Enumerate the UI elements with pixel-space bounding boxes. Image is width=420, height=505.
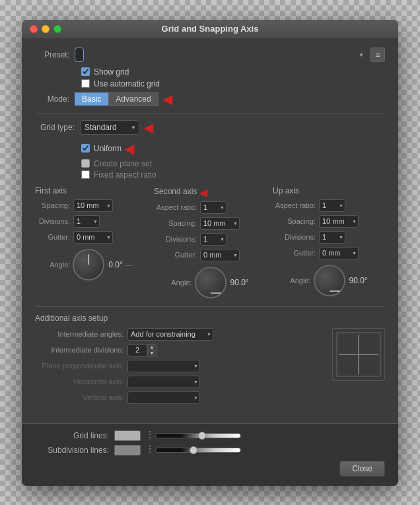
grid-lines-color-swatch[interactable] [114, 430, 141, 441]
second-axis-angle-value: 90.0° [230, 278, 249, 287]
up-axis-spacing-select[interactable]: 10 mm [319, 215, 359, 228]
up-axis-aspect-select[interactable]: 1 [319, 199, 345, 212]
subdivision-lines-label: Subdivision lines: [35, 446, 114, 455]
show-grid-checkbox[interactable] [81, 67, 90, 76]
first-axis-angle-label: Angle: [50, 261, 70, 269]
first-axis-gutter-select[interactable]: 0 mm [73, 231, 113, 244]
second-axis-divisions-select[interactable]: 1 [200, 233, 227, 246]
up-axis-spacing-row: Spacing: 10 mm [273, 215, 385, 228]
first-axis-angle-display: Angle: 0.0° — [35, 249, 147, 281]
preset-row: Preset: ≡ [35, 48, 385, 62]
first-axis-divisions-select[interactable]: 1 [73, 215, 100, 228]
preset-select[interactable] [75, 48, 84, 62]
mode-advanced-button[interactable]: Advanced [108, 92, 158, 106]
main-window: Grid and Snapping Axis Preset: ≡ Show gr… [22, 20, 398, 486]
grid-type-select[interactable]: Standard [80, 120, 139, 135]
intermediate-angles-row: Intermediate angles: Add for constrainin… [35, 328, 326, 341]
window-title: Grid and Snapping Axis [162, 24, 259, 34]
plane-perpendicular-select[interactable] [127, 360, 200, 372]
horizontal-axis-row: Horizontal axis: [35, 376, 326, 388]
first-axis-spacing-select[interactable]: 10 mm [73, 199, 113, 212]
horizontal-axis-select[interactable] [127, 376, 200, 388]
plane-perpendicular-row: Plane perpendicular axis: [35, 360, 326, 372]
second-axis-gutter-label: Gutter: [154, 251, 200, 259]
subdivision-lines-color-swatch[interactable] [114, 445, 141, 455]
divider-1 [35, 114, 385, 114]
second-axis-aspect-row: Aspect ratio: 1 [154, 201, 266, 214]
fixed-aspect-ratio-checkbox[interactable] [81, 170, 90, 179]
close-button[interactable]: Close [339, 461, 385, 477]
up-axis-aspect-row: Aspect ratio: 1 [273, 199, 385, 212]
up-axis-gutter-select[interactable]: 0 mm [319, 247, 359, 259]
second-axis-title-row: Second axis ◀ [154, 186, 266, 201]
second-axis-gutter-row: Gutter: 0 mm [154, 249, 266, 261]
preset-select-wrap [75, 48, 368, 62]
vertical-axis-select[interactable] [127, 391, 200, 404]
second-axis-col: Second axis ◀ Aspect ratio: 1 Spacing: [154, 186, 266, 298]
first-axis-divisions-label: Divisions: [35, 217, 73, 225]
first-axis-gutter-label: Gutter: [35, 233, 73, 241]
intermediate-divisions-input[interactable] [127, 344, 147, 356]
second-axis-angle-knob[interactable] [195, 267, 227, 298]
axis-preview [332, 328, 385, 381]
subdivision-lines-slider-thumb [190, 446, 197, 454]
second-axis-spacing-label: Spacing: [154, 219, 200, 227]
uniform-checkbox[interactable] [81, 144, 90, 152]
grid-lines-label: Grid lines: [35, 431, 114, 440]
spinner-up-button[interactable]: ▲ [147, 344, 157, 351]
add-setup-grid: Intermediate angles: Add for constrainin… [35, 328, 385, 407]
up-axis-divisions-label: Divisions: [273, 233, 319, 241]
up-axis-gutter-wrap: 0 mm [319, 247, 359, 259]
first-axis-angle-knob[interactable] [73, 249, 104, 281]
preset-label: Preset: [35, 50, 75, 59]
mode-basic-button[interactable]: Basic [75, 92, 108, 106]
preset-options-button[interactable]: ≡ [370, 48, 385, 62]
second-axis-spacing-select[interactable]: 10 mm [200, 217, 240, 230]
bottom-section: Grid lines: ⋮ Subdivision lines: ⋮ [22, 423, 398, 486]
grid-lines-row: Grid lines: ⋮ [35, 430, 385, 441]
uniform-arrow-indicator: ◀ [124, 141, 134, 156]
minimize-traffic-light[interactable] [42, 25, 50, 33]
create-plane-set-checkbox[interactable] [81, 159, 90, 168]
up-axis-divisions-select[interactable]: 1 [319, 231, 345, 244]
grid-type-row: Grid type: Standard ◀ [35, 119, 385, 135]
second-axis-divisions-label: Divisions: [154, 235, 200, 243]
close-button-row: Close [35, 461, 385, 477]
up-axis-title: Up axis [273, 186, 385, 195]
first-axis-gutter-row: Gutter: 0 mm [35, 231, 147, 244]
up-axis-divisions-wrap: 1 [319, 231, 345, 244]
intermediate-angles-select-wrap: Add for constraining None Show only [127, 328, 213, 341]
first-axis-spacing-row: Spacing: 10 mm [35, 199, 147, 212]
vertical-axis-select-wrap [127, 391, 200, 404]
intermediate-angles-select[interactable]: Add for constraining None Show only [127, 328, 213, 341]
second-axis-aspect-label: Aspect ratio: [154, 203, 200, 211]
second-axis-aspect-select[interactable]: 1 [200, 201, 227, 214]
subdivision-lines-opacity-slider-container [155, 446, 241, 455]
intermediate-divisions-spinner: ▲ ▼ [127, 344, 157, 356]
close-traffic-light[interactable] [30, 25, 38, 33]
plane-perpendicular-label: Plane perpendicular axis: [35, 362, 127, 370]
additional-axis-section: Additional axis setup Intermediate angle… [35, 306, 385, 407]
maximize-traffic-light[interactable] [53, 25, 61, 33]
up-axis-col: Up axis Aspect ratio: 1 Spacing: 10 mm [273, 186, 385, 298]
up-axis-divisions-row: Divisions: 1 [273, 231, 385, 244]
spinner-down-button[interactable]: ▼ [147, 350, 157, 356]
first-axis-angle-line: — [125, 261, 133, 269]
second-axis-gutter-select[interactable]: 0 mm [200, 249, 240, 261]
second-axis-title: Second axis [154, 187, 197, 196]
grid-lines-slider-bg [155, 433, 241, 438]
title-bar: Grid and Snapping Axis [22, 20, 398, 38]
axes-section: First axis Spacing: 10 mm Divisions: 1 [35, 186, 385, 298]
first-axis-divisions-wrap: 1 [73, 215, 100, 228]
horizontal-axis-label: Horizontal axis: [35, 378, 127, 386]
first-axis-spacing-wrap: 10 mm [73, 199, 113, 212]
uniform-label: Uniform [94, 144, 122, 153]
up-axis-angle-value: 90.0° [349, 276, 368, 285]
horizontal-axis-select-wrap [127, 376, 200, 388]
use-automatic-grid-checkbox[interactable] [81, 79, 90, 88]
use-automatic-grid-row: Use automatic grid [81, 79, 385, 88]
up-axis-angle-knob[interactable] [314, 265, 345, 296]
subdivision-lines-row: Subdivision lines: ⋮ [35, 445, 385, 455]
use-automatic-grid-label: Use automatic grid [94, 79, 160, 88]
second-axis-arrow-indicator: ◀ [199, 186, 207, 199]
